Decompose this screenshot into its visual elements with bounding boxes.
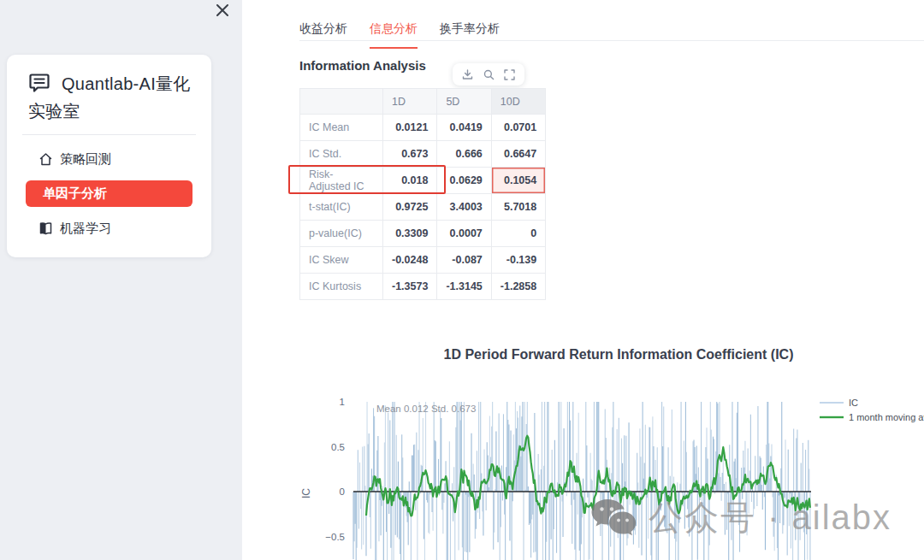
tab-divider: [299, 40, 924, 41]
row-label: t-stat(IC): [300, 194, 383, 221]
row-label: IC Kurtosis: [300, 274, 383, 300]
cell-value: 0.3309: [383, 221, 437, 247]
column-header-1D: 1D: [383, 89, 437, 115]
cell-value: 3.4003: [437, 194, 491, 221]
cell-value: 0.018: [383, 168, 437, 194]
y-tick-label: 1: [340, 397, 345, 407]
main-panel: 收益分析信息分析换手率分析 Information Analysis 1D5D1…: [242, 0, 924, 560]
sidebar-item-label: 单因子分析: [43, 186, 107, 202]
app-title: Quantlab-AI量化实验室: [21, 70, 198, 125]
close-icon[interactable]: [215, 3, 230, 18]
table-row: p-value(IC)0.33090.00070: [300, 221, 546, 247]
cell-value: 0.9725: [383, 194, 437, 221]
chart-stats-annotation: Mean 0.012 Std. 0.673: [376, 404, 476, 414]
table-row: Risk-Adjusted IC0.0180.06290.1054: [300, 168, 546, 194]
fullscreen-icon[interactable]: [504, 69, 515, 80]
information-analysis-table: 1D5D10DIC Mean0.01210.04190.0701IC Std.0…: [299, 88, 546, 300]
cell-value: 0: [491, 221, 545, 247]
cell-value: -1.2858: [491, 274, 545, 300]
table-row: t-stat(IC)0.97253.40035.7018: [300, 194, 546, 221]
row-label: IC Std.: [300, 141, 383, 168]
table-row: IC Std.0.6730.6660.6647: [300, 141, 546, 168]
sidebar: Quantlab-AI量化实验室 策略回测单因子分析机器学习: [0, 0, 242, 560]
sidebar-card: Quantlab-AI量化实验室 策略回测单因子分析机器学习: [7, 55, 211, 257]
column-header-10D: 10D: [491, 89, 545, 115]
legend-label-2: 1 month moving avg: [849, 412, 924, 422]
y-tick-label: 0.5: [331, 442, 345, 452]
tab-3[interactable]: 换手率分析: [440, 21, 500, 49]
row-label: p-value(IC): [300, 221, 383, 247]
cell-value: 0.0629: [437, 168, 491, 194]
column-header-row-label: [300, 89, 383, 115]
sidebar-item-1[interactable]: 策略回测: [26, 146, 192, 172]
zoom-icon[interactable]: [483, 69, 495, 80]
row-label: IC Mean: [300, 115, 383, 141]
cell-value: -1.3573: [383, 274, 437, 300]
y-tick-label: −0.5: [325, 532, 345, 542]
cell-value: 0.0419: [437, 115, 491, 141]
table-row: IC Mean0.01210.04190.0701: [300, 115, 546, 141]
chart-title: 1D Period Forward Return Information Coe…: [353, 347, 884, 363]
divider: [22, 134, 196, 135]
article-icon: [28, 72, 50, 94]
row-label: IC Skew: [300, 247, 383, 274]
cell-value: -0.139: [491, 247, 545, 274]
sidebar-item-2[interactable]: 单因子分析: [26, 180, 192, 207]
tab-1[interactable]: 收益分析: [299, 21, 347, 49]
tab-bar: 收益分析信息分析换手率分析: [299, 21, 500, 49]
chart-toolbar: [453, 63, 524, 85]
cell-value: -0.087: [437, 247, 491, 274]
cell-value: 0.666: [437, 141, 491, 168]
book-icon: [38, 221, 53, 236]
sidebar-item-label: 策略回测: [60, 151, 111, 168]
y-tick-label: 0: [340, 486, 345, 497]
section-title: Information Analysis: [299, 58, 426, 73]
app-title-text: Quantlab-AI量化实验室: [28, 74, 191, 121]
cell-value: -1.3145: [437, 274, 491, 300]
cell-value: -0.0248: [383, 247, 437, 274]
cell-value: 5.7018: [491, 194, 545, 221]
ic-chart: 10.50−0.5ICMean 0.012 Std. 0.673IC1 mont…: [299, 374, 924, 560]
home-icon: [38, 152, 53, 167]
y-axis-label: IC: [300, 488, 312, 498]
tab-2[interactable]: 信息分析: [370, 21, 418, 49]
cell-value: 0.673: [383, 141, 437, 168]
cell-value: 0.0121: [383, 115, 437, 141]
cell-value: 0.1054: [491, 168, 545, 194]
app-window: Quantlab-AI量化实验室 策略回测单因子分析机器学习 收益分析信息分析换…: [0, 0, 924, 560]
row-label: Risk-Adjusted IC: [300, 168, 383, 194]
download-icon[interactable]: [462, 69, 473, 80]
table-row: IC Skew-0.0248-0.087-0.139: [300, 247, 546, 274]
legend-label-1: IC: [849, 398, 858, 408]
column-header-5D: 5D: [437, 89, 491, 115]
sidebar-item-label: 机器学习: [60, 221, 111, 237]
cell-value: 0.0007: [437, 221, 491, 247]
table-row: IC Kurtosis-1.3573-1.3145-1.2858: [300, 274, 546, 300]
cell-value: 0.0701: [491, 115, 545, 141]
sidebar-item-3[interactable]: 机器学习: [26, 215, 192, 241]
sidebar-nav: 策略回测单因子分析机器学习: [21, 146, 198, 241]
cell-value: 0.6647: [491, 141, 545, 168]
